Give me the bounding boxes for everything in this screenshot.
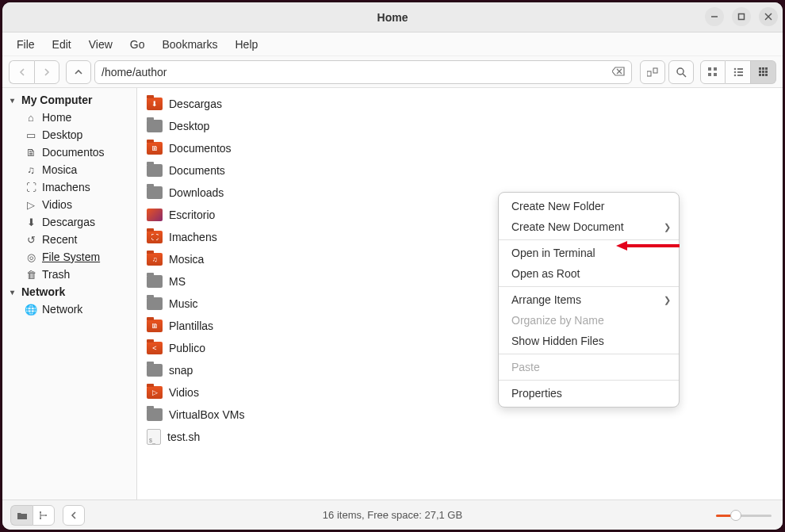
sidebar-item-label: Mosica bbox=[42, 163, 77, 176]
menu-view[interactable]: View bbox=[81, 35, 121, 54]
file-row[interactable]: Desktop bbox=[137, 115, 783, 137]
location-bar[interactable]: /home/author bbox=[94, 60, 632, 84]
file-row[interactable]: Documents bbox=[137, 159, 783, 182]
context-item[interactable]: Open as Root bbox=[499, 263, 679, 284]
folder-icon: ⛶ bbox=[147, 231, 163, 243]
statusbar: 16 items, Free space: 27,1 GB bbox=[2, 499, 783, 530]
file-row[interactable]: <Publico bbox=[137, 337, 783, 359]
sidebar-item-icon: ◎ bbox=[25, 251, 37, 263]
close-button[interactable] bbox=[759, 7, 778, 26]
sidebar: ▾My Computer⌂Home▭Desktop🗎Documentos♫Mos… bbox=[2, 88, 137, 499]
sidebar-item[interactable]: ▷Vidios bbox=[2, 196, 136, 213]
file-row[interactable]: 🗎Documentos bbox=[137, 137, 783, 159]
view-mode-buttons bbox=[700, 60, 776, 84]
context-separator bbox=[499, 354, 679, 354]
file-row[interactable]: Music bbox=[137, 293, 783, 315]
file-row[interactable]: test.sh bbox=[137, 426, 783, 448]
sidebar-item-label: File System bbox=[42, 251, 100, 263]
minimize-button[interactable] bbox=[705, 7, 724, 26]
sidebar-item-label: Recent bbox=[42, 233, 77, 246]
window-controls bbox=[705, 7, 778, 26]
context-item[interactable]: Open in Terminal bbox=[499, 243, 679, 263]
file-row[interactable]: ♫Mosica bbox=[137, 248, 783, 270]
sidebar-group[interactable]: ▾Network bbox=[2, 283, 136, 300]
svg-rect-11 bbox=[714, 67, 717, 71]
show-places-button[interactable] bbox=[10, 505, 33, 526]
list-view-button[interactable] bbox=[726, 60, 751, 84]
sidebar-group-label: Network bbox=[21, 285, 65, 298]
sidebar-item[interactable]: 🗑Trash bbox=[2, 266, 136, 283]
file-list[interactable]: ⬇DescargasDesktop🗎DocumentosDocumentsDow… bbox=[137, 88, 783, 499]
folder-icon bbox=[147, 164, 163, 177]
context-item[interactable]: Create New Folder bbox=[499, 196, 679, 216]
sidebar-item[interactable]: ◎File System bbox=[2, 248, 136, 266]
compact-view-button[interactable] bbox=[751, 60, 776, 84]
forward-button[interactable] bbox=[34, 60, 59, 84]
file-row[interactable]: ▷Vidios bbox=[137, 381, 783, 404]
sidebar-item[interactable]: 🗎Documentos bbox=[2, 144, 136, 161]
show-tree-button[interactable] bbox=[33, 505, 55, 526]
menubar: File Edit View Go Bookmarks Help bbox=[2, 33, 783, 56]
file-row[interactable]: snap bbox=[137, 359, 783, 381]
maximize-button[interactable] bbox=[732, 7, 751, 26]
svg-rect-24 bbox=[762, 71, 764, 73]
sidebar-item[interactable]: ↺Recent bbox=[2, 231, 136, 248]
sidebar-item[interactable]: ♫Mosica bbox=[2, 161, 136, 178]
file-icon bbox=[147, 429, 161, 445]
back-button[interactable] bbox=[9, 60, 34, 84]
file-row[interactable]: MS bbox=[137, 270, 783, 293]
file-row[interactable]: Downloads bbox=[137, 182, 783, 204]
sidebar-item[interactable]: ⬇Descargas bbox=[2, 213, 136, 231]
parent-button[interactable] bbox=[66, 60, 91, 84]
nav-buttons bbox=[9, 60, 59, 84]
svg-point-14 bbox=[733, 67, 736, 70]
context-item[interactable]: Arrange Items❯ bbox=[499, 289, 679, 310]
folder-icon bbox=[147, 275, 163, 288]
context-item[interactable]: Properties bbox=[499, 383, 679, 404]
context-item[interactable]: Show Hidden Files bbox=[499, 331, 679, 351]
menu-file[interactable]: File bbox=[9, 35, 43, 54]
file-row[interactable]: ⬇Descargas bbox=[137, 93, 783, 115]
file-name: Imachens bbox=[169, 231, 217, 243]
svg-rect-17 bbox=[737, 71, 743, 73]
folder-icon bbox=[147, 364, 163, 377]
file-row[interactable]: VirtualBox VMs bbox=[137, 404, 783, 426]
sidebar-item-icon: ⌂ bbox=[25, 112, 37, 124]
file-name: Publico bbox=[169, 342, 205, 354]
context-item[interactable]: Create New Document❯ bbox=[499, 216, 679, 237]
sidebar-item[interactable]: ▭Desktop bbox=[2, 126, 136, 144]
svg-rect-13 bbox=[714, 73, 717, 76]
close-sidebar-button[interactable] bbox=[63, 505, 85, 526]
sidebar-item[interactable]: ⛶Imachens bbox=[2, 178, 136, 196]
svg-rect-12 bbox=[708, 73, 711, 76]
file-row[interactable]: 🗎Plantillas bbox=[137, 315, 783, 337]
sidebar-item[interactable]: 🌐Network bbox=[2, 300, 136, 318]
menu-bookmarks[interactable]: Bookmarks bbox=[154, 35, 225, 54]
menu-go[interactable]: Go bbox=[122, 35, 153, 54]
svg-point-33 bbox=[45, 515, 47, 516]
toggle-location-button[interactable] bbox=[640, 60, 665, 84]
sidebar-item-icon: ▷ bbox=[25, 199, 37, 211]
zoom-slider[interactable] bbox=[716, 511, 772, 519]
menu-help[interactable]: Help bbox=[228, 35, 266, 54]
context-menu: Create New FolderCreate New Document❯Ope… bbox=[498, 192, 680, 408]
folder-icon bbox=[147, 120, 163, 132]
svg-rect-15 bbox=[737, 68, 743, 70]
svg-rect-10 bbox=[708, 67, 711, 71]
file-row[interactable]: Escritorio bbox=[137, 204, 783, 226]
sidebar-item-icon: ⛶ bbox=[25, 182, 37, 193]
svg-rect-6 bbox=[647, 71, 651, 76]
icon-view-button[interactable] bbox=[700, 60, 726, 84]
search-button[interactable] bbox=[668, 60, 694, 84]
svg-rect-19 bbox=[737, 75, 743, 76]
sidebar-item[interactable]: ⌂Home bbox=[2, 109, 136, 126]
file-row[interactable]: ⛶Imachens bbox=[137, 226, 783, 248]
sidebar-item-icon: 🌐 bbox=[25, 304, 37, 316]
menu-edit[interactable]: Edit bbox=[44, 35, 79, 54]
folder-icon bbox=[147, 408, 163, 421]
context-item-label: Show Hidden Files bbox=[511, 335, 604, 347]
sidebar-group[interactable]: ▾My Computer bbox=[2, 91, 136, 109]
context-item-label: Arrange Items bbox=[511, 293, 581, 306]
context-item-label: Paste bbox=[511, 361, 540, 373]
clear-path-icon[interactable] bbox=[612, 66, 625, 78]
